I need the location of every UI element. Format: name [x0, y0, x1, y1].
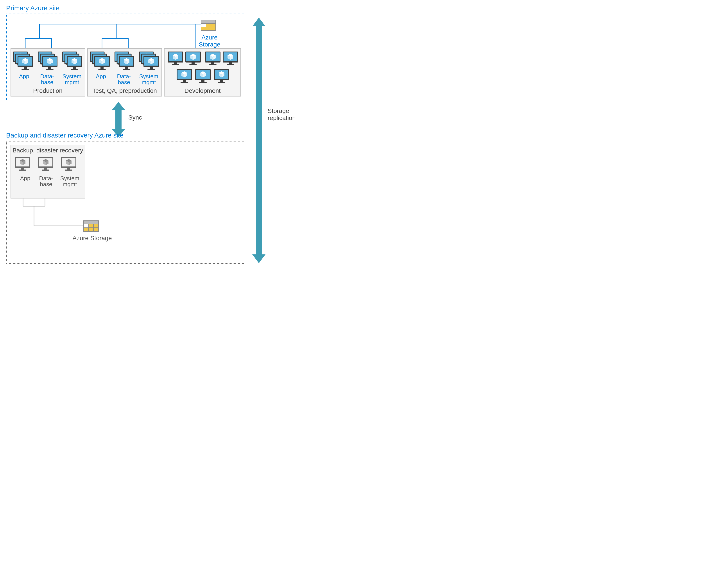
test-db-label: Data-base	[114, 74, 134, 86]
sync-label: Sync	[128, 114, 142, 121]
production-vms	[13, 51, 86, 76]
storage-replication-label: Storagereplication	[268, 107, 296, 122]
backup-site-title: Backup and disaster recovery Azure site	[6, 132, 124, 139]
prod-sys-label: Systemmgmt	[61, 74, 83, 86]
primary-site-title: Primary Azure site	[6, 4, 60, 12]
svg-marker-39	[252, 18, 266, 263]
test-app-label: App	[92, 74, 110, 79]
development-vms	[168, 51, 240, 87]
testqa-vms	[90, 51, 162, 76]
diagram-canvas: Primary Azure site Azure Storage Product…	[4, 4, 333, 276]
prod-db-label: Data-base	[37, 74, 57, 86]
azure-storage-icon-backup	[83, 220, 99, 232]
test-sys-label: Systemmgmt	[138, 74, 160, 86]
azure-storage-label-backup: Azure Storage	[72, 235, 112, 242]
env-testqa-title: Test, QA, preproduction	[88, 87, 162, 94]
bk-db-label: Data-base	[36, 175, 56, 188]
backup-vms	[15, 157, 85, 176]
azure-storage-icon-primary	[201, 20, 216, 32]
prod-app-label: App	[15, 74, 33, 79]
env-backup-title: Backup, disaster recovery	[11, 147, 85, 154]
env-development-title: Development	[165, 87, 240, 94]
bk-sys-label: Systemmgmt	[59, 175, 81, 188]
storage-replication-arrow-icon	[252, 18, 266, 263]
env-production-title: Production	[11, 87, 85, 94]
azure-storage-label-primary: Azure Storage	[191, 34, 228, 48]
bk-app-label: App	[17, 175, 34, 181]
